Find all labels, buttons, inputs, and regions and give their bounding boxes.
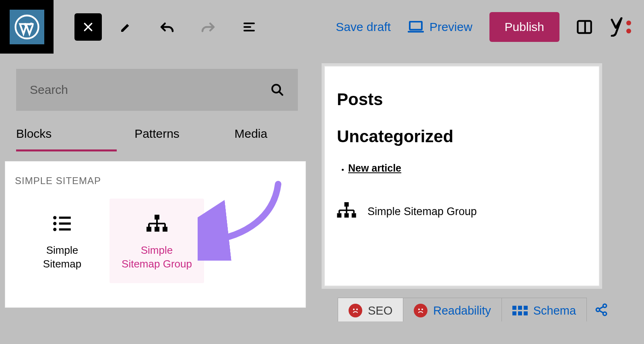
- search-icon: [270, 83, 284, 97]
- svg-point-36: [596, 308, 600, 311]
- search-placeholder: Search: [30, 83, 68, 97]
- category-heading: Uncategorized: [337, 127, 587, 146]
- block-placeholder-label: Simple Sitemap Group: [367, 205, 477, 218]
- save-draft-link[interactable]: Save draft: [336, 20, 391, 34]
- svg-point-32: [353, 309, 355, 310]
- yoast-icon: [609, 17, 632, 37]
- svg-rect-21: [155, 227, 159, 232]
- svg-point-12: [53, 228, 56, 231]
- grid-icon: [512, 306, 528, 315]
- block-tile-label: Simple Sitemap Group: [114, 244, 200, 271]
- block-placeholder[interactable]: Simple Sitemap Group: [337, 202, 587, 221]
- svg-rect-31: [352, 213, 356, 218]
- preview-button[interactable]: Preview: [408, 20, 473, 34]
- yoast-tab-social[interactable]: [594, 298, 608, 321]
- undo-icon: [159, 19, 175, 35]
- toolbar-tools: [111, 12, 264, 41]
- yoast-tabs: SEO Readability Schema: [338, 298, 608, 321]
- svg-point-5: [626, 29, 631, 33]
- sad-face-icon: [414, 304, 427, 317]
- block-inserter-panel: Search Blocks Patterns Media SIMPLE SITE…: [0, 54, 314, 344]
- svg-point-33: [356, 309, 358, 310]
- wordpress-logo-button[interactable]: [0, 0, 54, 54]
- svg-point-10: [53, 222, 56, 225]
- publish-button[interactable]: Publish: [489, 12, 559, 42]
- list-icon: [19, 215, 105, 234]
- close-icon: [82, 21, 94, 33]
- yoast-schema-label: Schema: [533, 304, 576, 317]
- editor-main: Search Blocks Patterns Media SIMPLE SITE…: [0, 54, 644, 344]
- share-icon: [594, 303, 608, 317]
- svg-line-39: [599, 307, 603, 309]
- redo-button[interactable]: [194, 12, 223, 41]
- pencil-icon: [119, 20, 133, 34]
- close-inserter-button[interactable]: [74, 13, 102, 41]
- posts-heading: Posts: [337, 90, 587, 109]
- wordpress-logo-icon: [10, 10, 44, 44]
- svg-rect-20: [147, 227, 151, 232]
- active-tab-indicator: [16, 149, 117, 151]
- svg-rect-29: [337, 213, 341, 218]
- yoast-readability-label: Readability: [433, 304, 491, 317]
- svg-point-34: [418, 309, 420, 310]
- svg-rect-1: [410, 21, 422, 29]
- svg-point-38: [603, 312, 607, 315]
- svg-rect-23: [345, 202, 349, 207]
- block-section-label: SIMPLE SITEMAP: [15, 175, 296, 187]
- block-simple-sitemap-group[interactable]: Simple Sitemap Group: [109, 199, 204, 283]
- svg-line-40: [599, 311, 603, 313]
- svg-point-35: [421, 309, 423, 310]
- settings-panel-toggle[interactable]: [576, 19, 592, 35]
- sidebar-icon: [576, 19, 592, 35]
- yoast-tab-seo[interactable]: SEO: [338, 298, 403, 321]
- yoast-button[interactable]: [609, 17, 632, 37]
- sitemap-icon: [114, 215, 200, 234]
- preview-label: Preview: [429, 20, 473, 34]
- edit-tool-button[interactable]: [111, 12, 140, 41]
- list-view-icon: [242, 20, 256, 34]
- block-results-panel: SIMPLE SITEMAP Simple Sitemap Simple Sit…: [5, 161, 306, 308]
- document-overview-button[interactable]: [235, 12, 264, 41]
- laptop-icon: [408, 21, 424, 33]
- tab-blocks[interactable]: Blocks: [16, 124, 110, 149]
- sad-face-icon: [349, 304, 362, 317]
- post-list: New article: [337, 162, 587, 174]
- block-tile-label: Simple Sitemap: [19, 244, 105, 271]
- list-item: New article: [348, 162, 587, 174]
- sitemap-icon: [337, 202, 356, 221]
- block-simple-sitemap[interactable]: Simple Sitemap: [15, 199, 109, 283]
- yoast-seo-label: SEO: [368, 304, 392, 317]
- block-search-input[interactable]: Search: [16, 69, 298, 111]
- svg-point-4: [626, 21, 631, 25]
- tab-media[interactable]: Media: [204, 124, 298, 149]
- svg-line-7: [279, 91, 283, 95]
- block-tiles-row: Simple Sitemap Simple Sitemap Group: [15, 199, 296, 283]
- redo-icon: [200, 19, 217, 35]
- post-link[interactable]: New article: [348, 162, 401, 174]
- svg-rect-22: [163, 227, 167, 232]
- undo-button[interactable]: [153, 12, 182, 41]
- editor-canvas[interactable]: Posts Uncategorized New article Simple S…: [324, 66, 600, 286]
- yoast-tab-readability[interactable]: Readability: [403, 298, 502, 321]
- tab-patterns[interactable]: Patterns: [110, 124, 204, 149]
- svg-point-37: [603, 304, 607, 307]
- editor-canvas-wrap: Posts Uncategorized New article Simple S…: [314, 54, 644, 344]
- yoast-tab-schema[interactable]: Schema: [502, 298, 587, 321]
- editor-topbar: Save draft Preview Publish: [0, 0, 644, 54]
- inserter-tabs: Blocks Patterns Media: [16, 124, 298, 149]
- svg-rect-14: [155, 215, 159, 220]
- svg-rect-30: [345, 213, 349, 218]
- svg-point-8: [53, 216, 56, 219]
- toolbar-right: Save draft Preview Publish: [336, 12, 632, 42]
